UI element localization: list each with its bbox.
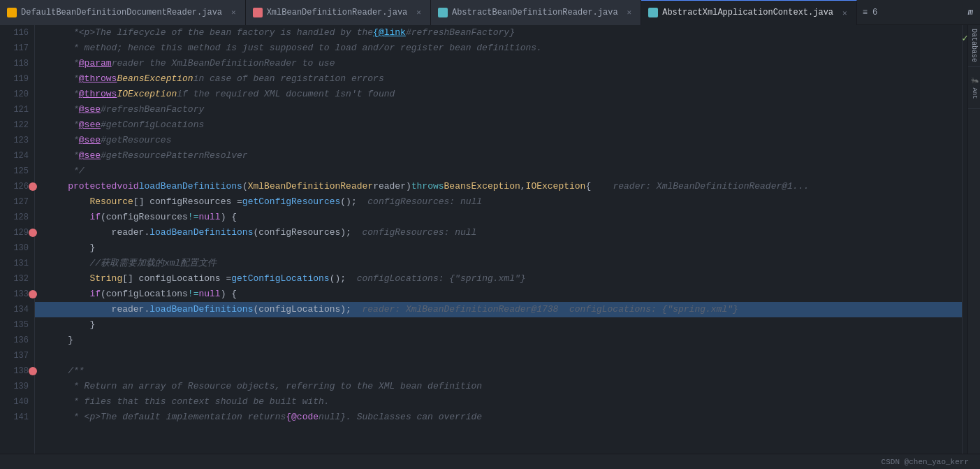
tab-label: XmlBeanDefinitionReader.java [267, 8, 408, 17]
database-panel[interactable]: Database [968, 25, 980, 67]
code-line-131: //获取需要加载的xml配置文件 [35, 256, 962, 271]
tab-xml-bean[interactable]: XmlBeanDefinitionReader.java ✕ [246, 0, 431, 25]
tab-label: AbstractXmlApplicationContext.java [662, 8, 833, 17]
java-icon [7, 8, 17, 17]
code-lines: * <p>The lifecycle of the bean factory i… [35, 25, 962, 454]
code-line-138: /** [35, 363, 962, 379]
line-133: 133 [6, 287, 29, 302]
line-116: 116 [6, 25, 29, 41]
line-126: 126 [6, 179, 29, 194]
code-line-126: protected void loadBeanDefinitions ( Xml… [35, 179, 962, 194]
tab-close-3[interactable]: ✕ [840, 8, 849, 18]
line-128: 128 [6, 210, 29, 225]
code-line-125: */ [35, 164, 962, 179]
line-130: 130 [6, 240, 29, 256]
line-140: 140 [6, 394, 29, 410]
code-line-124: * @see #getResourcePatternResolver [35, 148, 962, 164]
ant-panel[interactable]: 🐜 Ant [968, 67, 980, 109]
tab-label: AbstractBeanDefinitionReader.java [452, 8, 618, 17]
code-line-135: } [35, 317, 962, 333]
code-line-137 [35, 348, 962, 363]
code-line-132: String [] configLocations = getConfigLoc… [35, 271, 962, 287]
line-139: 139 [6, 379, 29, 394]
code-line-140: * files that this context should be buil… [35, 394, 962, 410]
code-line-116: * <p>The lifecycle of the bean factory i… [35, 25, 962, 41]
code-line-121: * @see #refreshBeanFactory [35, 102, 962, 117]
code-line-119: * @throws BeansException in case of bean… [35, 71, 962, 87]
active-icon [648, 8, 658, 17]
right-panel: Database 🐜 Ant [967, 25, 980, 454]
bottom-bar: CSDN @chen_yao_kerr [0, 454, 980, 469]
code-line-127: Resource [] configResources = getConfigR… [35, 194, 962, 210]
line-124: 124 [6, 148, 29, 164]
line-125: 125 [6, 164, 29, 179]
maven-label: m [961, 8, 980, 17]
code-content: 116 117 118 119 120 121 122 123 124 125 … [0, 25, 962, 454]
tab-abstract-bean[interactable]: AbstractBeanDefinitionReader.java ✕ [431, 0, 641, 25]
code-line-128: if (configResources != null ) { [35, 210, 962, 225]
line-135: 135 [6, 317, 29, 333]
code-line-122: * @see #getConfigLocations [35, 117, 962, 133]
tab-close-0[interactable]: ✕ [229, 7, 238, 17]
line-138: 138 [6, 363, 29, 379]
tab-label: DefaultBeanDefinitionDocumentReader.java [21, 8, 222, 17]
line-120: 120 [6, 87, 29, 102]
code-line-141: * <p>The default implementation returns … [35, 410, 962, 425]
code-line-118: * @param reader the XmlBeanDefinitionRea… [35, 56, 962, 71]
code-line-120: * @throws IOException if the required XM… [35, 87, 962, 102]
watermark: CSDN @chen_yao_kerr [882, 458, 969, 466]
line-136: 136 [6, 333, 29, 348]
main-area: 116 117 118 119 120 121 122 123 124 125 … [0, 25, 980, 454]
code-line-129: reader. loadBeanDefinitions (configResou… [35, 225, 962, 240]
line-121: 121 [6, 102, 29, 117]
line-122: 122 [6, 117, 29, 133]
xml-icon [253, 8, 263, 17]
code-line-134: reader. loadBeanDefinitions (configLocat… [35, 302, 962, 317]
code-line-123: * @see #getResources [35, 133, 962, 148]
line-118: 118 [6, 56, 29, 71]
tab-default-bean[interactable]: DefaultBeanDefinitionDocumentReader.java… [0, 0, 246, 25]
line-127: 127 [6, 194, 29, 210]
tab-close-2[interactable]: ✕ [625, 7, 634, 17]
tab-close-1[interactable]: ✕ [414, 7, 423, 17]
line-137: 137 [6, 348, 29, 363]
code-line-117: * method; hence this method is just supp… [35, 41, 962, 56]
line-132: 132 [6, 271, 29, 287]
code-line-136: } [35, 333, 962, 348]
code-line-133: if (configLocations != null ) { [35, 287, 962, 302]
line-numbers: 116 117 118 119 120 121 122 123 124 125 … [0, 25, 35, 454]
code-area: 116 117 118 119 120 121 122 123 124 125 … [0, 25, 962, 454]
line-141: 141 [6, 410, 29, 425]
code-line-130: } [35, 240, 962, 256]
scrollbar-panel[interactable]: ✓ [962, 25, 967, 454]
line-134: 134 [6, 302, 29, 317]
tab-abstract-xml[interactable]: AbstractXmlApplicationContext.java ✕ [641, 0, 856, 25]
line-131: 131 [6, 256, 29, 271]
code-line-139: * Return an array of Resource objects, r… [35, 379, 962, 394]
abstract-icon [438, 8, 448, 17]
tab-overflow[interactable]: ≡ 6 [857, 8, 884, 17]
line-119: 119 [6, 71, 29, 87]
line-129: 129 [6, 225, 29, 240]
line-123: 123 [6, 133, 29, 148]
line-117: 117 [6, 41, 29, 56]
tab-bar: DefaultBeanDefinitionDocumentReader.java… [0, 0, 980, 25]
